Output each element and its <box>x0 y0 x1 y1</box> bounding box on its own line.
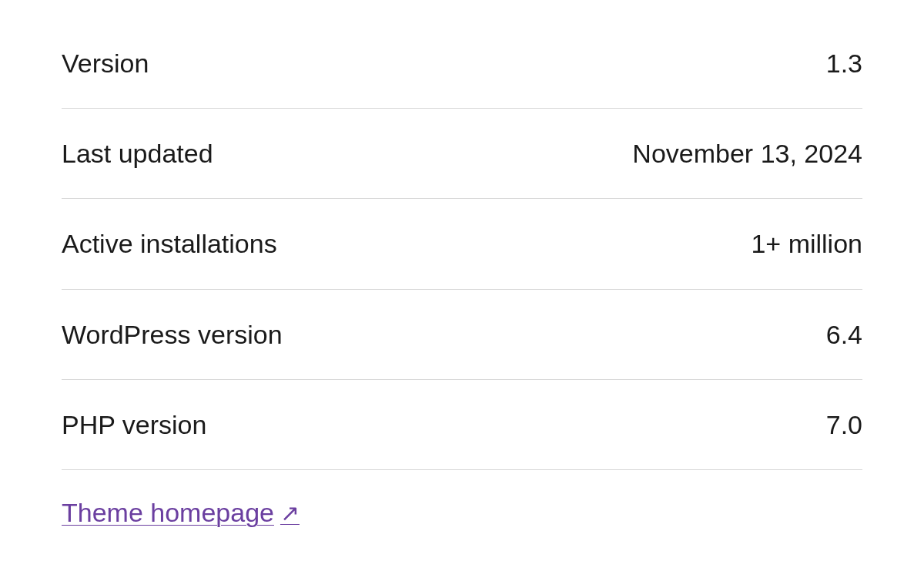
external-link-icon: ↗ <box>280 499 300 526</box>
theme-homepage-link[interactable]: Theme homepage ↗ <box>62 498 300 528</box>
theme-info-list: Version 1.3 Last updated November 13, 20… <box>62 39 862 528</box>
info-label-active-installations: Active installations <box>62 227 277 260</box>
info-value-wordpress-version: 6.4 <box>826 318 862 351</box>
info-row-php-version: PHP version 7.0 <box>62 380 862 470</box>
info-label-wordpress-version: WordPress version <box>62 318 283 351</box>
info-label-version: Version <box>62 46 149 80</box>
info-label-last-updated: Last updated <box>62 136 213 170</box>
info-value-php-version: 7.0 <box>826 408 862 442</box>
info-row-last-updated: Last updated November 13, 2024 <box>62 109 862 199</box>
info-value-version: 1.3 <box>826 46 862 80</box>
info-row-wordpress-version: WordPress version 6.4 <box>62 290 862 380</box>
theme-homepage-row: Theme homepage ↗ <box>62 470 862 528</box>
info-value-last-updated: November 13, 2024 <box>632 136 862 170</box>
info-row-active-installations: Active installations 1+ million <box>62 199 862 289</box>
info-row-version: Version 1.3 <box>62 39 862 109</box>
theme-homepage-link-label: Theme homepage <box>62 498 274 528</box>
info-value-active-installations: 1+ million <box>751 227 862 260</box>
info-label-php-version: PHP version <box>62 408 206 442</box>
